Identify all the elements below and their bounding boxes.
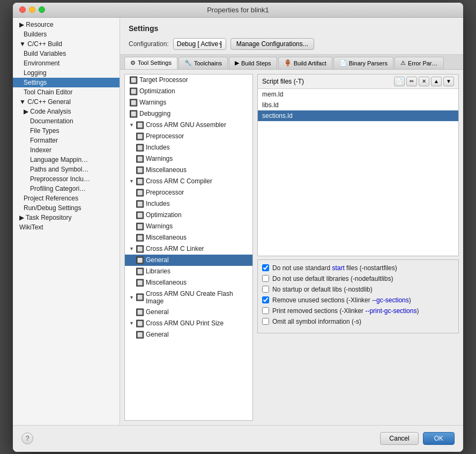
sidebar-item-cpp-general[interactable]: ▼ C/C++ General — [13, 97, 120, 107]
sidebar-item-indexer[interactable]: Indexer — [13, 145, 120, 155]
linker-icon: 🔲 — [136, 245, 144, 253]
tree-assembler-warnings[interactable]: 🔲 Warnings — [125, 153, 252, 165]
tree-compiler-warnings[interactable]: 🔲 Warnings — [125, 221, 252, 232]
option-no-default-libs: Do not use default libraries (-nodefault… — [262, 275, 454, 282]
cancel-button[interactable]: Cancel — [380, 432, 418, 445]
sidebar-item-language-mapping[interactable]: Language Mappin… — [13, 155, 120, 165]
sidebar-item-formatter[interactable]: Formatter — [13, 136, 120, 145]
tree-warnings[interactable]: 🔲 Warnings — [125, 97, 252, 108]
linker-misc-icon: 🔲 — [136, 279, 144, 287]
main-panel: Settings Configuration: Debug [ Active ]… — [120, 18, 463, 425]
sidebar-item-builders[interactable]: Builders — [13, 29, 120, 39]
sidebar-item-logging[interactable]: Logging — [13, 68, 120, 78]
tab-tool-settings-label: Tool Settings — [138, 59, 172, 66]
sidebar-item-resource[interactable]: ▶ Resource — [13, 20, 120, 29]
expand-print-icon: ▼ — [129, 321, 134, 326]
tab-build-artifact[interactable]: 🏺 Build Artifact — [278, 57, 332, 69]
tree-cross-arm-print[interactable]: ▼ 🔲 Cross ARM GNU Print Size — [125, 318, 252, 329]
print-general-icon: 🔲 — [136, 331, 144, 339]
sidebar-item-code-analysis[interactable]: ▶ Code Analysis — [13, 107, 120, 116]
delete-script-button[interactable]: ✕ — [419, 77, 429, 86]
tab-error-parsers[interactable]: ⚠ Error Par… — [395, 57, 444, 69]
tree-compiler-preprocessor[interactable]: 🔲 Preprocessor — [125, 187, 252, 198]
maximize-button[interactable] — [39, 6, 45, 13]
checkbox-print-removed[interactable] — [262, 307, 269, 314]
checkbox-omit-symbol[interactable] — [262, 318, 269, 325]
tree-print-general[interactable]: 🔲 General — [125, 329, 252, 340]
tab-content: 🔲 Target Processor 🔲 Optimization 🔲 Warn… — [120, 70, 463, 425]
tree-linker-libraries[interactable]: 🔲 Libraries — [125, 266, 252, 277]
move-up-script-button[interactable]: ▲ — [431, 77, 442, 86]
tool-settings-tree: 🔲 Target Processor 🔲 Optimization 🔲 Warn… — [124, 74, 253, 421]
tree-debugging[interactable]: 🔲 Debugging — [125, 108, 252, 120]
close-button[interactable] — [19, 6, 26, 13]
tree-cross-arm-c-linker[interactable]: ▼ 🔲 Cross ARM C Linker — [125, 243, 252, 255]
ok-button[interactable]: OK — [423, 432, 455, 445]
sidebar-item-environment[interactable]: Environment — [13, 58, 120, 68]
sidebar-item-run-debug[interactable]: Run/Debug Settings — [13, 203, 120, 213]
tree-cross-arm-c-compiler[interactable]: ▼ 🔲 Cross ARM C Compiler — [125, 176, 252, 187]
tree-compiler-misc[interactable]: 🔲 Miscellaneous — [125, 232, 252, 243]
minimize-button[interactable] — [29, 6, 35, 13]
tree-assembler-preprocessor[interactable]: 🔲 Preprocessor — [125, 131, 252, 142]
sidebar-item-build-variables[interactable]: Build Variables — [13, 49, 120, 58]
tab-build-steps-label: Build Steps — [241, 60, 271, 66]
checkbox-no-default-libs[interactable] — [262, 275, 269, 282]
option-print-removed: Print removed sections (-Xlinker --print… — [262, 307, 454, 315]
script-files-panel: Script files (-T) 📄 ✏ ✕ ▲ ▼ mem.ld — [257, 74, 459, 256]
expand-assembler-icon: ▼ — [129, 122, 134, 128]
sidebar-item-preprocessor-incl[interactable]: Preprocessor Inclu… — [13, 174, 120, 184]
main-content-area: ▶ ResourceBuilders▼ C/C++ BuildBuild Var… — [13, 18, 463, 425]
sidebar-item-cpp-build[interactable]: ▼ C/C++ Build — [13, 39, 120, 49]
script-file-sections-ld[interactable]: sections.ld — [258, 110, 458, 121]
label-remove-unused: Remove unused sections (-Xlinker --gc-se… — [272, 296, 411, 304]
flash-icon: 🔲 — [136, 293, 144, 301]
tab-binary-parsers[interactable]: 📄 Binary Parsers — [333, 57, 393, 69]
sidebar-item-file-types[interactable]: File Types — [13, 126, 120, 136]
tab-error-parsers-label: Error Par… — [408, 60, 438, 66]
checkbox-no-start-files[interactable] — [262, 264, 269, 271]
tree-compiler-includes[interactable]: 🔲 Includes — [125, 198, 252, 210]
sidebar-item-documentation[interactable]: Documentation — [13, 116, 120, 126]
bottom-bar: ? Cancel OK — [13, 425, 463, 452]
sidebar-item-task-repository[interactable]: ▶ Task Repository — [13, 213, 120, 222]
tree-compiler-optimization[interactable]: 🔲 Optimization — [125, 210, 252, 221]
script-file-mem-ld[interactable]: mem.ld — [258, 89, 458, 100]
config-select[interactable]: Debug [ Active ] — [173, 38, 226, 50]
move-down-script-button[interactable]: ▼ — [443, 77, 454, 86]
tree-cross-arm-flash[interactable]: ▼ 🔲 Cross ARM GNU Create Flash Image — [125, 288, 252, 307]
tree-linker-misc[interactable]: 🔲 Miscellaneous — [125, 277, 252, 288]
checkbox-remove-unused[interactable] — [262, 296, 269, 303]
tree-cross-arm-gnu-assembler[interactable]: ▼ 🔲 Cross ARM GNU Assembler — [125, 120, 252, 131]
tab-build-steps[interactable]: ▶ Build Steps — [229, 57, 277, 69]
label-no-default-libs: Do not use default libraries (-nodefault… — [272, 275, 393, 282]
build-artifact-icon: 🏺 — [284, 59, 292, 66]
sidebar-item-project-references[interactable]: Project References — [13, 193, 120, 203]
sidebar-item-profiling[interactable]: Profiling Categori… — [13, 184, 120, 193]
tree-assembler-misc[interactable]: 🔲 Miscellaneous — [125, 165, 252, 176]
bottom-buttons: Cancel OK — [380, 432, 455, 445]
sidebar-item-paths-symbols[interactable]: Paths and Symbol… — [13, 165, 120, 174]
add-script-button[interactable]: 📄 — [394, 77, 405, 86]
tree-flash-general[interactable]: 🔲 General — [125, 307, 252, 318]
edit-script-button[interactable]: ✏ — [406, 77, 417, 86]
tab-toolchains[interactable]: 🔧 Toolchains — [178, 57, 228, 69]
compiler-preprocessor-icon: 🔲 — [136, 189, 144, 197]
checkbox-no-startup[interactable] — [262, 286, 269, 293]
script-file-libs-ld[interactable]: libs.ld — [258, 100, 458, 110]
binary-parsers-icon: 📄 — [339, 59, 347, 66]
sidebar-item-wikitext[interactable]: WikiText — [13, 222, 120, 232]
compiler-misc-icon: 🔲 — [136, 234, 144, 242]
tree-assembler-includes[interactable]: 🔲 Includes — [125, 142, 252, 153]
tab-tool-settings[interactable]: ⚙ Tool Settings — [124, 57, 177, 69]
build-steps-icon: ▶ — [235, 59, 239, 66]
tree-optimization[interactable]: 🔲 Optimization — [125, 86, 252, 97]
sidebar-item-settings[interactable]: Settings — [13, 78, 120, 87]
compiler-icon: 🔲 — [136, 177, 144, 185]
help-button[interactable]: ? — [21, 433, 33, 444]
compiler-includes-icon: 🔲 — [136, 200, 144, 208]
tree-linker-general[interactable]: 🔲 General — [125, 255, 252, 266]
manage-configurations-button[interactable]: Manage Configurations... — [230, 38, 314, 50]
sidebar-item-tool-chain-editor[interactable]: Tool Chain Editor — [13, 87, 120, 97]
tree-target-processor[interactable]: 🔲 Target Processor — [125, 75, 252, 86]
